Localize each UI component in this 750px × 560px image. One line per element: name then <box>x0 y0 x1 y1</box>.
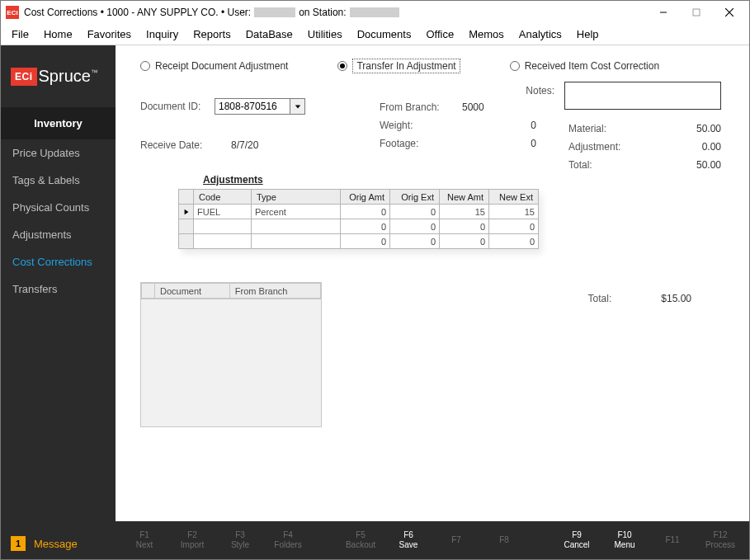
cell-new_ext[interactable]: 0 <box>489 219 539 234</box>
window-title-mid: on Station: <box>299 7 346 18</box>
menu-file[interactable]: File <box>4 25 36 44</box>
radio-transfer[interactable]: Transfer In Adjustment <box>337 59 460 73</box>
sidebar-item-price-updates[interactable]: Price Updates <box>1 139 116 167</box>
sidebar-item-physical-counts[interactable]: Physical Counts <box>1 194 116 221</box>
sidebar-item-tags-labels[interactable]: Tags & Labels <box>1 167 116 194</box>
radio-icon <box>510 61 520 71</box>
message-label: Message <box>34 538 78 550</box>
menu-documents[interactable]: Documents <box>350 25 419 44</box>
fn-f5[interactable]: F5Backout <box>337 530 384 551</box>
adjustments-block: Adjustments CodeTypeOrig AmtOrig ExtNew … <box>178 174 729 249</box>
cell-new_amt[interactable]: 15 <box>440 205 489 219</box>
menu-utilities[interactable]: Utilities <box>300 25 350 44</box>
cell-orig_amt[interactable]: 0 <box>341 234 390 249</box>
fn-f4[interactable]: F4Folders <box>264 530 312 551</box>
radio-label: Transfer In Adjustment <box>352 59 460 73</box>
fn-f2[interactable]: F2Import <box>168 530 216 551</box>
summary-total-label: Total: <box>568 159 592 171</box>
cell-new_amt[interactable]: 0 <box>440 234 489 249</box>
col-orig-ext[interactable]: Orig Ext <box>390 190 440 205</box>
weight-label: Weight: <box>380 120 462 131</box>
menu-analytics[interactable]: Analytics <box>512 25 569 44</box>
document-id-select[interactable] <box>215 98 305 115</box>
cell-new_ext[interactable]: 15 <box>489 205 539 219</box>
table-row[interactable]: FUELPercent001515 <box>179 205 539 219</box>
footage-label: Footage: <box>380 138 462 149</box>
fn-f3[interactable]: F3Style <box>216 530 264 551</box>
menu-home[interactable]: Home <box>36 25 80 44</box>
grand-total-value: $15.00 <box>661 293 691 304</box>
app-logo: ECi Spruce™ <box>1 45 116 107</box>
close-button[interactable] <box>713 1 746 24</box>
cell-new_ext[interactable]: 0 <box>489 234 539 249</box>
document-id-label: Document ID: <box>140 101 215 112</box>
svg-marker-4 <box>295 105 300 108</box>
table-row[interactable]: 0000 <box>179 219 539 234</box>
sidebar-item-transfers[interactable]: Transfers <box>1 275 116 303</box>
col-document[interactable]: Document <box>155 284 230 299</box>
message-count-badge: 1 <box>11 536 26 551</box>
cell-new_amt[interactable]: 0 <box>440 219 489 234</box>
cell-orig_ext[interactable]: 0 <box>390 205 440 219</box>
cell-type[interactable] <box>252 234 341 249</box>
cell-orig_ext[interactable]: 0 <box>390 219 440 234</box>
col-new-amt[interactable]: New Amt <box>440 190 489 205</box>
menu-memos[interactable]: Memos <box>461 25 512 44</box>
menu-help[interactable]: Help <box>569 25 606 44</box>
document-id-input[interactable] <box>215 99 290 114</box>
menu-inquiry[interactable]: Inquiry <box>139 25 186 44</box>
minimize-button[interactable] <box>647 1 680 24</box>
cell-type[interactable] <box>252 219 341 234</box>
col-code[interactable]: Code <box>194 190 252 205</box>
sidebar-item-adjustments[interactable]: Adjustments <box>1 221 116 248</box>
notes-field[interactable] <box>564 82 721 110</box>
summary-total-value: 50.00 <box>696 159 721 171</box>
radio-icon <box>140 61 150 71</box>
fn-f6[interactable]: F6Save <box>384 530 432 551</box>
cell-code[interactable]: FUEL <box>194 205 252 219</box>
svg-rect-1 <box>693 9 700 16</box>
col-orig-amt[interactable]: Orig Amt <box>341 190 390 205</box>
radio-receipt[interactable]: Receipt Document Adjustment <box>140 60 288 72</box>
menu-office[interactable]: Office <box>418 25 461 44</box>
fn-f10[interactable]: F10Menu <box>601 530 649 551</box>
cell-type[interactable]: Percent <box>252 205 341 219</box>
cell-orig_amt[interactable]: 0 <box>341 205 390 219</box>
material-value: 50.00 <box>696 123 721 134</box>
sidebar-item-cost-corrections[interactable]: Cost Corrections <box>1 248 116 275</box>
col-from-branch[interactable]: From Branch <box>229 284 320 299</box>
row-selector-icon[interactable] <box>179 205 194 219</box>
col-type[interactable]: Type <box>252 190 341 205</box>
table-row[interactable]: 0000 <box>179 234 539 249</box>
documents-grid[interactable]: DocumentFrom Branch <box>140 282 322 427</box>
fn-f9[interactable]: F9Cancel <box>553 530 601 551</box>
receive-date-value: 8/7/20 <box>231 139 258 151</box>
maximize-button[interactable] <box>680 1 713 24</box>
dropdown-arrow-icon[interactable] <box>290 99 304 114</box>
radio-label: Received Item Cost Correction <box>525 60 659 72</box>
adjustments-table[interactable]: CodeTypeOrig AmtOrig ExtNew AmtNew Ext F… <box>178 189 539 249</box>
main-panel: Receipt Document Adjustment Transfer In … <box>116 45 749 559</box>
cell-code[interactable] <box>194 234 252 249</box>
radio-received-item[interactable]: Received Item Cost Correction <box>510 60 659 72</box>
col-new-ext[interactable]: New Ext <box>489 190 539 205</box>
fn-f1[interactable]: F1Next <box>120 530 168 551</box>
cell-orig_ext[interactable]: 0 <box>390 234 440 249</box>
app-icon: ECi <box>6 6 19 19</box>
weight-value: 0 <box>462 120 536 131</box>
menu-favorites[interactable]: Favorites <box>80 25 139 44</box>
material-label: Material: <box>568 123 606 134</box>
message-bar[interactable]: 1 Message <box>1 528 116 559</box>
title-bar: ECi Cost Corrections • 1000 - ANY SUPPLY… <box>1 1 749 24</box>
logo-badge: ECi <box>11 68 37 86</box>
menu-database[interactable]: DataBase <box>238 25 300 44</box>
menu-reports[interactable]: Reports <box>186 25 238 44</box>
row-selector-icon[interactable] <box>179 234 194 249</box>
adjustment-label: Adjustment: <box>568 141 620 153</box>
row-selector-icon[interactable] <box>179 219 194 234</box>
cell-orig_amt[interactable]: 0 <box>341 219 390 234</box>
adjustment-value: 0.00 <box>702 141 721 153</box>
cell-code[interactable] <box>194 219 252 234</box>
fn-f12[interactable]: F12Process <box>696 530 744 551</box>
fn-f7: F7 <box>432 535 480 546</box>
